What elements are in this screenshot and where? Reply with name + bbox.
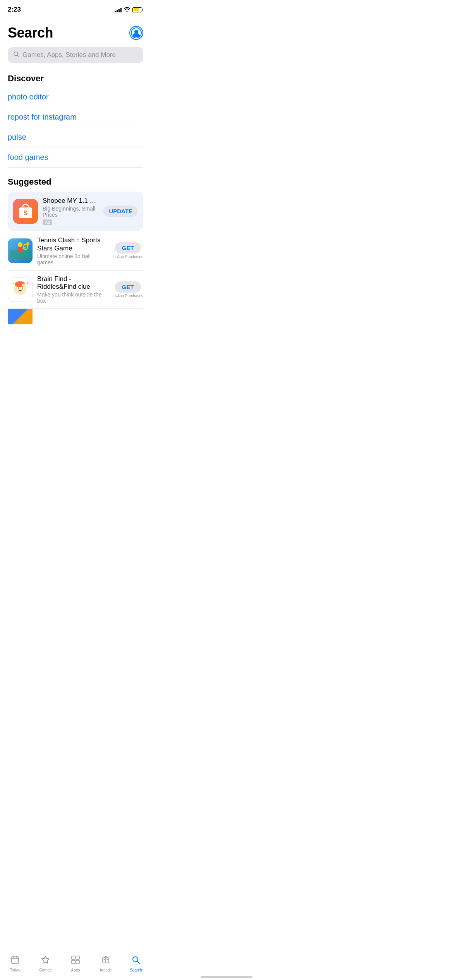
- tennis-app-name: Tennis Clash：Sports Stars Game: [37, 236, 108, 252]
- partial-app-icon: [8, 309, 33, 324]
- tennis-get-button[interactable]: GET: [115, 242, 141, 254]
- svg-text:S: S: [24, 210, 28, 216]
- search-bar-container: Games, Apps, Stories and More: [0, 47, 151, 70]
- svg-text:★: ★: [26, 281, 29, 285]
- battery-icon: ⚡: [132, 7, 143, 12]
- page-title: Search: [8, 25, 53, 41]
- search-icon: [13, 51, 19, 59]
- tennis-app-desc: Ultimate online 3d ball games: [37, 253, 108, 266]
- svg-text:★: ★: [12, 282, 15, 286]
- suggested-item-0: Tennis Clash：Sports Stars Game Ultimate …: [8, 231, 143, 271]
- ad-app-info: Shopee MY 1.1 New Y... Big Beginnings, S…: [43, 197, 99, 225]
- discover-list: photo editor repost for instagram pulse …: [0, 87, 151, 168]
- wifi-icon: [124, 7, 130, 13]
- status-time: 2:23: [8, 6, 21, 14]
- discover-item-1[interactable]: repost for instagram: [8, 107, 143, 127]
- svg-rect-10: [18, 247, 22, 252]
- svg-point-13: [26, 242, 29, 245]
- svg-point-9: [18, 242, 22, 247]
- discover-item-3[interactable]: food games: [8, 147, 143, 168]
- brain-get-button[interactable]: GET: [115, 281, 141, 293]
- tennis-app-icon: [8, 238, 33, 263]
- ad-app-name: Shopee MY 1.1 New Y...: [43, 197, 99, 205]
- signal-icon: [115, 7, 122, 12]
- suggested-item-partial: [8, 309, 143, 324]
- suggested-list: Tennis Clash：Sports Stars Game Ultimate …: [8, 231, 143, 324]
- brain-app-info: Brain Find - Riddles&Find clue Make you …: [37, 275, 108, 304]
- ad-app-desc: Big Beginnings, Small Prices: [43, 206, 99, 218]
- update-button[interactable]: UPDATE: [103, 206, 138, 217]
- ad-badge: Ad: [43, 219, 52, 225]
- page-header: Search: [0, 17, 151, 47]
- suggested-title: Suggested: [8, 177, 143, 187]
- discover-item-2[interactable]: pulse: [8, 127, 143, 147]
- brain-get-container: GET In-App Purchases: [113, 281, 144, 298]
- suggested-section: Suggested S Shopee MY 1.1 New Y... Big B…: [0, 168, 151, 324]
- tennis-in-app-text: In-App Purchases: [113, 255, 144, 259]
- search-placeholder: Games, Apps, Stories and More: [22, 51, 116, 59]
- search-bar[interactable]: Games, Apps, Stories and More: [8, 47, 143, 63]
- status-icons: ⚡: [115, 7, 143, 13]
- svg-point-19: [18, 288, 19, 289]
- suggested-item-1: ★ ★ Brain Find - Riddles&Find clue Make …: [8, 271, 143, 309]
- avatar[interactable]: [129, 26, 143, 40]
- discover-item-0[interactable]: photo editor: [8, 87, 143, 107]
- brain-app-desc: Make you think outside the box: [37, 291, 108, 304]
- tennis-get-container: GET In-App Purchases: [113, 242, 144, 259]
- brain-app-name: Brain Find - Riddles&Find clue: [37, 275, 108, 291]
- status-bar: 2:23 ⚡: [0, 0, 151, 17]
- brain-in-app-text: In-App Purchases: [113, 294, 144, 298]
- shopee-app-icon: S: [13, 199, 38, 224]
- svg-point-20: [22, 288, 23, 289]
- discover-title: Discover: [0, 70, 151, 87]
- brain-app-icon: ★ ★: [8, 277, 33, 302]
- tennis-app-info: Tennis Clash：Sports Stars Game Ultimate …: [37, 236, 108, 266]
- ad-card[interactable]: S Shopee MY 1.1 New Y... Big Beginnings,…: [8, 192, 143, 231]
